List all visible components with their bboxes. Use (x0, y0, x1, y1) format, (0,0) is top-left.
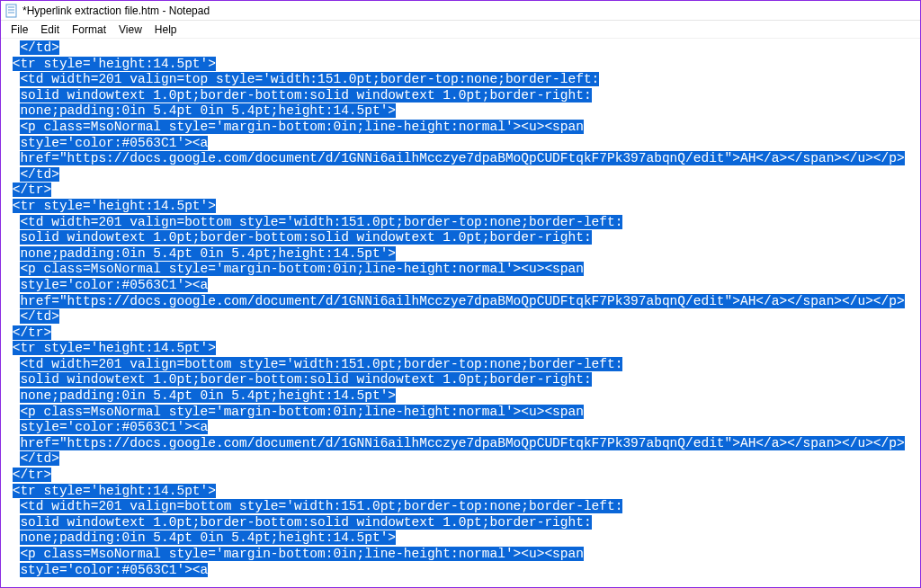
editor-line[interactable]: href="https://docs.google.com/document/d… (4, 436, 917, 452)
selected-text[interactable]: href="https://docs.google.com/document/d… (20, 436, 904, 450)
selected-text[interactable]: style='color:#0563C1'><a (20, 420, 208, 434)
menu-format[interactable]: Format (66, 22, 112, 38)
editor-line[interactable]: style='color:#0563C1'><a (4, 563, 917, 579)
editor-line[interactable]: none;padding:0in 5.4pt 0in 5.4pt;height:… (4, 246, 917, 263)
selected-text[interactable]: <p class=MsoNormal style='margin-bottom:… (20, 262, 584, 276)
selected-text[interactable]: href="https://docs.google.com/document/d… (20, 294, 904, 308)
menu-file[interactable]: File (4, 22, 34, 38)
editor-line[interactable]: <tr style='height:14.5pt'> (4, 199, 917, 215)
selected-text[interactable]: </tr> (13, 468, 52, 482)
editor-line[interactable]: <p class=MsoNormal style='margin-bottom:… (4, 405, 917, 421)
selected-text[interactable]: style='color:#0563C1'><a (20, 278, 208, 292)
selected-text[interactable]: solid windowtext 1.0pt;border-bottom:sol… (20, 88, 591, 102)
editor-line[interactable]: </tr> (4, 325, 917, 342)
menu-edit[interactable]: Edit (34, 22, 66, 38)
editor-line[interactable]: <td width=201 valign=top style='width:15… (4, 72, 917, 88)
selected-text[interactable]: <td width=201 valign=bottom style='width… (20, 499, 622, 513)
menu-view[interactable]: View (112, 22, 148, 38)
selected-text[interactable]: </td> (20, 309, 59, 324)
selected-text[interactable]: none;padding:0in 5.4pt 0in 5.4pt;height:… (20, 246, 396, 261)
selected-text[interactable]: style='color:#0563C1'><a (20, 563, 208, 577)
editor-line[interactable]: solid windowtext 1.0pt;border-bottom:sol… (4, 230, 917, 246)
selected-text[interactable]: <tr style='height:14.5pt'> (13, 484, 216, 498)
editor-line[interactable]: none;padding:0in 5.4pt 0in 5.4pt;height:… (4, 530, 917, 547)
editor-line[interactable]: style='color:#0563C1'><a (4, 136, 917, 152)
editor-line[interactable]: </td> (4, 167, 917, 183)
svg-rect-0 (6, 4, 16, 17)
selected-text[interactable]: <tr style='height:14.5pt'> (13, 57, 216, 71)
editor-line[interactable]: <tr style='height:14.5pt'> (4, 57, 917, 73)
selected-text[interactable]: </tr> (13, 325, 52, 340)
selected-text[interactable]: <tr style='height:14.5pt'> (13, 199, 216, 213)
text-editor[interactable]: </td> <tr style='height:14.5pt'> <td wid… (1, 39, 920, 587)
selected-text[interactable]: <p class=MsoNormal style='margin-bottom:… (20, 547, 584, 561)
selected-text[interactable]: <td width=201 valign=top style='width:15… (20, 72, 599, 86)
selected-text[interactable]: <td width=201 valign=bottom style='width… (20, 215, 622, 229)
editor-line[interactable]: style='color:#0563C1'><a (4, 420, 917, 436)
editor-line[interactable]: <p class=MsoNormal style='margin-bottom:… (4, 120, 917, 136)
editor-line[interactable]: solid windowtext 1.0pt;border-bottom:sol… (4, 88, 917, 104)
notepad-icon (4, 4, 19, 18)
editor-line[interactable]: <td width=201 valign=bottom style='width… (4, 499, 917, 515)
editor-line[interactable]: <tr style='height:14.5pt'> (4, 341, 917, 357)
editor-line[interactable]: <td width=201 valign=bottom style='width… (4, 215, 917, 231)
editor-line[interactable]: </td> (4, 309, 917, 325)
editor-line[interactable]: none;padding:0in 5.4pt 0in 5.4pt;height:… (4, 103, 917, 120)
editor-line[interactable]: <tr style='height:14.5pt'> (4, 484, 917, 500)
selected-text[interactable]: solid windowtext 1.0pt;border-bottom:sol… (20, 372, 591, 387)
titlebar: *Hyperlink extraction file.htm - Notepad (1, 1, 920, 21)
selected-text[interactable]: <p class=MsoNormal style='margin-bottom:… (20, 120, 584, 134)
selected-text[interactable]: </td> (20, 451, 59, 466)
selected-text[interactable]: solid windowtext 1.0pt;border-bottom:sol… (20, 515, 591, 530)
editor-line[interactable]: style='color:#0563C1'><a (4, 278, 917, 294)
editor-line[interactable]: <td width=201 valign=bottom style='width… (4, 357, 917, 373)
editor-line[interactable]: <p class=MsoNormal style='margin-bottom:… (4, 547, 917, 563)
editor-line[interactable]: solid windowtext 1.0pt;border-bottom:sol… (4, 372, 917, 388)
window-title: *Hyperlink extraction file.htm - Notepad (22, 4, 210, 17)
editor-line[interactable]: </tr> (4, 468, 917, 484)
menu-help[interactable]: Help (148, 22, 183, 38)
selected-text[interactable]: style='color:#0563C1'><a (20, 136, 208, 150)
selected-text[interactable]: <tr style='height:14.5pt'> (13, 341, 216, 355)
selected-text[interactable]: <p class=MsoNormal style='margin-bottom:… (20, 405, 584, 419)
menubar: File Edit Format View Help (1, 21, 920, 39)
selected-text[interactable]: solid windowtext 1.0pt;border-bottom:sol… (20, 230, 591, 245)
editor-line[interactable]: href="https://docs.google.com/document/d… (4, 294, 917, 310)
selected-text[interactable]: </td> (20, 167, 59, 182)
selected-text[interactable]: none;padding:0in 5.4pt 0in 5.4pt;height:… (20, 530, 396, 545)
editor-line[interactable]: <p class=MsoNormal style='margin-bottom:… (4, 262, 917, 278)
editor-line[interactable]: </td> (4, 451, 917, 468)
selected-text[interactable]: none;padding:0in 5.4pt 0in 5.4pt;height:… (20, 388, 396, 403)
editor-line[interactable]: </td> (4, 40, 917, 57)
selected-text[interactable]: href="https://docs.google.com/document/d… (20, 151, 904, 165)
selected-text[interactable]: none;padding:0in 5.4pt 0in 5.4pt;height:… (20, 103, 396, 118)
editor-line[interactable]: </tr> (4, 183, 917, 199)
selected-text[interactable]: </td> (20, 40, 59, 55)
editor-line[interactable]: href="https://docs.google.com/document/d… (4, 151, 917, 167)
selected-text[interactable]: <td width=201 valign=bottom style='width… (20, 357, 622, 371)
editor-line[interactable]: none;padding:0in 5.4pt 0in 5.4pt;height:… (4, 388, 917, 405)
selected-text[interactable]: </tr> (13, 183, 52, 197)
editor-line[interactable]: solid windowtext 1.0pt;border-bottom:sol… (4, 515, 917, 531)
